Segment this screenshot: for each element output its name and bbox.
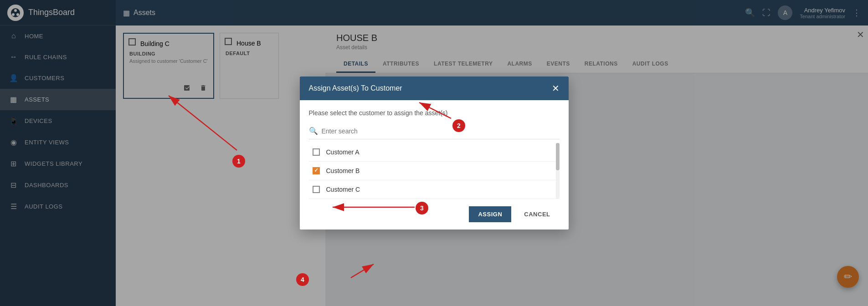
dialog-description: Please select the customer to assign the… — [309, 109, 560, 117]
customer-b-checkbox[interactable] — [313, 167, 320, 174]
customer-list: Customer A Customer B Customer C — [309, 143, 560, 199]
assign-customer-dialog: Assign Asset(s) To Customer ✕ Please sel… — [300, 76, 569, 230]
scrollbar-track — [556, 143, 560, 199]
customer-item-c[interactable]: Customer C — [309, 180, 560, 199]
dialog-overlay: Assign Asset(s) To Customer ✕ Please sel… — [0, 0, 868, 306]
search-row: 🔍 — [309, 123, 560, 139]
dialog-body: Please select the customer to assign the… — [300, 100, 569, 199]
customer-b-name: Customer B — [326, 167, 360, 174]
customer-a-name: Customer A — [326, 148, 360, 156]
customer-a-checkbox[interactable] — [313, 148, 320, 156]
customer-item-b[interactable]: Customer B — [309, 162, 560, 180]
dialog-title: Assign Asset(s) To Customer — [309, 84, 402, 92]
scrollbar-thumb[interactable] — [556, 143, 560, 170]
customer-item-a[interactable]: Customer A — [309, 143, 560, 162]
search-icon: 🔍 — [309, 127, 318, 135]
assign-button[interactable]: ASSIGN — [469, 206, 511, 222]
customer-c-checkbox[interactable] — [313, 186, 320, 193]
customer-search-input[interactable] — [322, 128, 560, 135]
dialog-close-button[interactable]: ✕ — [552, 84, 560, 93]
dialog-footer: ASSIGN CANCEL — [300, 199, 569, 230]
dialog-header: Assign Asset(s) To Customer ✕ — [300, 76, 569, 100]
customer-c-name: Customer C — [326, 186, 360, 193]
cancel-button[interactable]: CANCEL — [515, 206, 559, 222]
